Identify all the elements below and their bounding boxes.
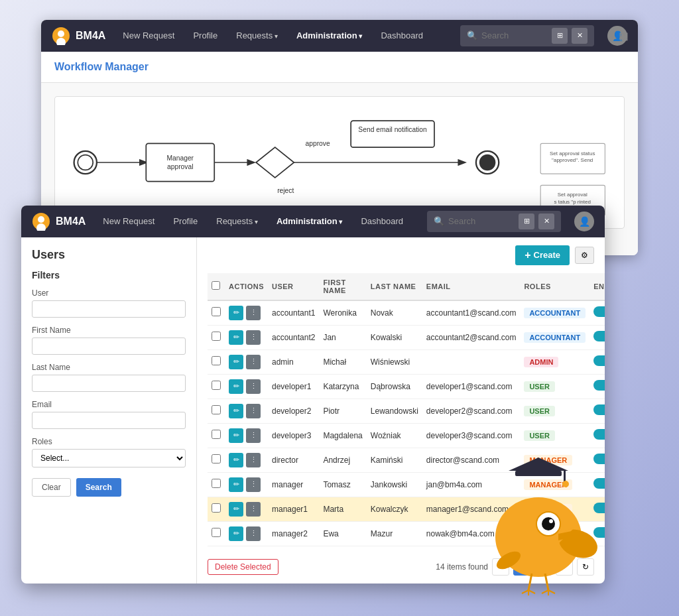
filter-roles-select[interactable]: Select... ACCOUNTANT ADMIN USER MANAGER bbox=[32, 449, 186, 467]
front-nav-newrequest[interactable]: New Request bbox=[99, 214, 158, 229]
cell-enabled-0 bbox=[589, 300, 605, 326]
more-btn-8[interactable]: ⋮ bbox=[246, 502, 261, 517]
cell-user-6: director bbox=[268, 448, 319, 472]
more-btn-9[interactable]: ⋮ bbox=[246, 526, 261, 541]
expand-icon[interactable]: ⊞ bbox=[619, 29, 629, 44]
search-button[interactable]: Search bbox=[76, 478, 121, 497]
svg-marker-9 bbox=[256, 147, 294, 178]
more-btn-4[interactable]: ⋮ bbox=[246, 404, 261, 418]
back-nav-newrequest[interactable]: New Request bbox=[119, 28, 178, 43]
col-enabled: ENABLED bbox=[589, 273, 605, 300]
clear-button[interactable]: Clear bbox=[32, 478, 71, 497]
front-search-icon: 🔍 bbox=[434, 216, 444, 226]
row-checkbox-7[interactable] bbox=[212, 479, 221, 488]
back-search-input[interactable] bbox=[481, 31, 548, 40]
row-checkbox-0[interactable] bbox=[212, 307, 221, 316]
back-nav-profile[interactable]: Profile bbox=[189, 28, 221, 43]
action-btns-0: ✏ ⋮ bbox=[229, 306, 264, 320]
filter-email: Email bbox=[32, 400, 186, 429]
filter-user-input[interactable] bbox=[32, 300, 186, 318]
edit-btn-3[interactable]: ✏ bbox=[229, 379, 243, 394]
front-nav-dashboard[interactable]: Dashboard bbox=[357, 214, 407, 229]
role-badge-3: USER bbox=[524, 381, 555, 392]
row-checkbox-8[interactable] bbox=[212, 503, 221, 513]
cell-lastname-2: Wiśniewski bbox=[367, 349, 422, 374]
table-row: ✏ ⋮ accountant1 Weronika Novak accountan… bbox=[208, 300, 605, 326]
edit-btn-7[interactable]: ✏ bbox=[229, 477, 243, 492]
cell-enabled-3 bbox=[589, 374, 605, 399]
back-nav-dashboard[interactable]: Dashboard bbox=[377, 28, 427, 43]
row-checkbox-1[interactable] bbox=[212, 332, 221, 341]
filter-email-input[interactable] bbox=[32, 412, 186, 429]
cell-firstname-0: Weronika bbox=[319, 300, 366, 326]
delete-selected-button[interactable]: Delete Selected bbox=[208, 559, 278, 575]
cell-email-3: developer1@scand.com bbox=[422, 374, 521, 399]
back-nav-requests[interactable]: Requests bbox=[232, 28, 282, 43]
back-search[interactable]: 🔍 ⊞ ✕ bbox=[460, 25, 594, 46]
back-search-btn1[interactable]: ⊞ bbox=[552, 28, 568, 44]
row-checkbox-4[interactable] bbox=[212, 405, 221, 414]
filter-lastname-input[interactable] bbox=[32, 375, 186, 392]
toggle-0[interactable] bbox=[593, 306, 605, 317]
more-btn-6[interactable]: ⋮ bbox=[246, 453, 261, 467]
cell-email-4: developer2@scand.com bbox=[422, 399, 521, 423]
cell-firstname-7: Tomasz bbox=[319, 472, 366, 497]
table-head: ACTIONS USER FIRST NAME LAST NAME EMAIL … bbox=[208, 273, 605, 300]
filter-firstname-input[interactable] bbox=[32, 338, 186, 355]
cell-firstname-1: Jan bbox=[319, 325, 366, 349]
front-nav-profile[interactable]: Profile bbox=[169, 214, 202, 229]
front-nav-requests[interactable]: Requests bbox=[212, 214, 262, 229]
toggle-1[interactable] bbox=[593, 331, 605, 341]
cell-firstname-5: Magdalena bbox=[319, 423, 366, 448]
cell-lastname-3: Dąbrowska bbox=[367, 374, 422, 399]
row-checkbox-9[interactable] bbox=[212, 528, 221, 537]
row-checkbox-5[interactable] bbox=[212, 430, 221, 439]
toggle-4[interactable] bbox=[593, 404, 605, 415]
settings-button[interactable]: ⚙ bbox=[575, 247, 594, 264]
more-btn-5[interactable]: ⋮ bbox=[246, 428, 261, 443]
front-nav-links: New Request Profile Requests Administrat… bbox=[99, 214, 414, 229]
cell-lastname-6: Kamiński bbox=[367, 448, 422, 472]
edit-btn-5[interactable]: ✏ bbox=[229, 428, 243, 443]
cell-user-9: manager2 bbox=[268, 521, 319, 546]
row-checkbox-6[interactable] bbox=[212, 454, 221, 463]
front-search-input[interactable] bbox=[448, 216, 515, 226]
action-btns-6: ✏ ⋮ bbox=[229, 453, 264, 467]
action-btns-5: ✏ ⋮ bbox=[229, 428, 264, 443]
front-search-btn1[interactable]: ⊞ bbox=[519, 214, 534, 229]
back-search-btn2[interactable]: ✕ bbox=[572, 28, 587, 44]
edit-btn-1[interactable]: ✏ bbox=[229, 330, 243, 345]
cell-firstname-6: Andrzej bbox=[319, 448, 366, 472]
more-btn-1[interactable]: ⋮ bbox=[246, 330, 261, 345]
edit-btn-0[interactable]: ✏ bbox=[229, 306, 243, 320]
select-all-checkbox[interactable] bbox=[212, 281, 220, 290]
row-checkbox-2[interactable] bbox=[212, 356, 221, 365]
more-btn-0[interactable]: ⋮ bbox=[246, 306, 261, 320]
more-btn-2[interactable]: ⋮ bbox=[246, 355, 261, 369]
row-checkbox-3[interactable] bbox=[212, 381, 221, 390]
edit-btn-6[interactable]: ✏ bbox=[229, 453, 243, 467]
front-nav-admin[interactable]: Administration bbox=[273, 214, 347, 229]
edit-btn-9[interactable]: ✏ bbox=[229, 526, 243, 541]
front-search-btn2[interactable]: ✕ bbox=[538, 214, 554, 229]
edit-btn-4[interactable]: ✏ bbox=[229, 404, 243, 418]
toggle-5[interactable] bbox=[593, 429, 605, 440]
svg-point-40 bbox=[549, 519, 553, 523]
back-nav-admin[interactable]: Administration bbox=[292, 28, 367, 43]
svg-point-30 bbox=[38, 216, 44, 223]
create-button[interactable]: Create bbox=[515, 245, 570, 265]
front-avatar[interactable]: 👤 bbox=[574, 212, 594, 231]
toggle-3[interactable] bbox=[593, 380, 605, 391]
cell-role-1: ACCOUNTANT bbox=[520, 325, 589, 349]
edit-btn-8[interactable]: ✏ bbox=[229, 502, 243, 517]
more-btn-7[interactable]: ⋮ bbox=[246, 477, 261, 492]
filter-user: User bbox=[32, 288, 186, 318]
more-btn-3[interactable]: ⋮ bbox=[246, 379, 261, 394]
svg-text:s tatus "p rinted: s tatus "p rinted bbox=[554, 198, 591, 204]
front-brand-name: BM4A bbox=[56, 216, 86, 227]
toggle-2[interactable] bbox=[593, 355, 605, 366]
edit-btn-2[interactable]: ✏ bbox=[229, 355, 243, 369]
col-firstname: FIRST NAME bbox=[319, 273, 366, 300]
front-search[interactable]: 🔍 ⊞ ✕ bbox=[427, 211, 561, 232]
action-btns-1: ✏ ⋮ bbox=[229, 330, 264, 345]
